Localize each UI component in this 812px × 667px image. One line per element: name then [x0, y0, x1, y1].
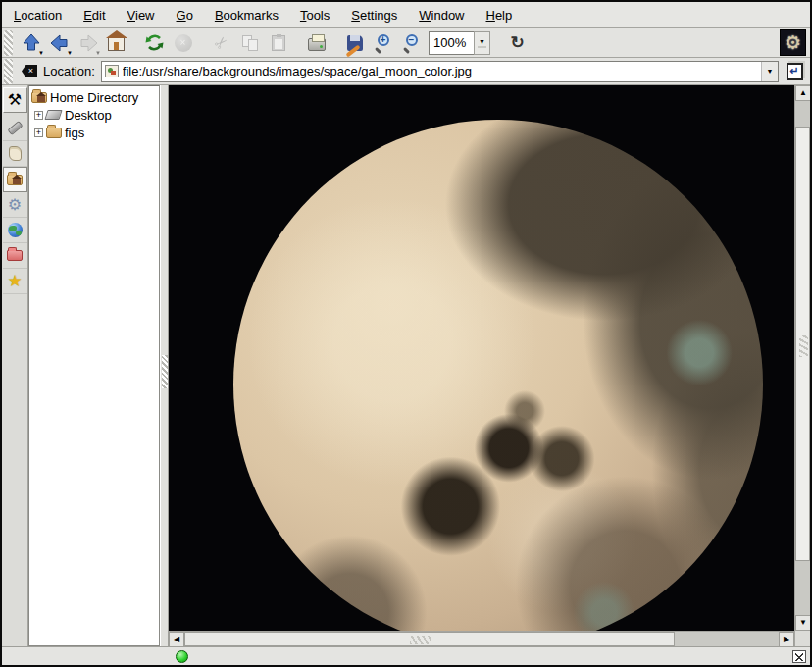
sidebar-configure-button[interactable]: ⚒	[3, 87, 27, 113]
scroll-left-button[interactable]: ◀	[169, 632, 184, 647]
horizontal-scroll-thumb[interactable]	[184, 632, 675, 646]
folder-icon	[45, 128, 62, 138]
image-view-column: ◀ ▶	[169, 85, 794, 646]
image-view[interactable]	[169, 85, 794, 631]
reload-button[interactable]	[141, 29, 168, 56]
main-toolbar: ▼ ▼ ▼ × ✂	[2, 28, 810, 58]
tree-item-figs[interactable]: + figs	[30, 124, 159, 141]
zoom-out-magnifier-icon: −	[403, 34, 421, 52]
network-globe-icon	[8, 223, 23, 237]
moon-photo	[233, 120, 763, 631]
sidebar-tab-network[interactable]	[3, 218, 27, 243]
zoom-level-value[interactable]: 100%	[429, 31, 474, 55]
root-folder-icon	[7, 250, 23, 261]
menu-help[interactable]: Help	[486, 8, 513, 23]
print-icon	[308, 38, 326, 51]
vertical-scroll-track[interactable]	[795, 101, 810, 615]
back-button[interactable]: ▼	[46, 29, 73, 56]
desktop-icon	[45, 110, 62, 120]
back-dropdown-caret[interactable]: ▼	[67, 50, 73, 56]
cut-scissors-icon: ✂	[210, 31, 232, 54]
home-button[interactable]	[103, 29, 129, 56]
scroll-up-button[interactable]: ▲	[795, 85, 811, 101]
zoom-out-button[interactable]: −	[398, 29, 425, 56]
home-folder-icon	[7, 175, 23, 185]
kde-gear-throbber: ⚙	[780, 29, 806, 56]
location-dropdown-arrow[interactable]: ▼	[761, 62, 778, 81]
bookmarks-star-icon: ★	[7, 273, 22, 289]
go-enter-icon: ↵	[787, 63, 803, 80]
status-bar	[2, 646, 810, 665]
image-mime-icon	[105, 65, 119, 77]
reload-icon	[144, 32, 165, 53]
tree-item-home-directory[interactable]: Home Directory	[30, 88, 159, 106]
location-label: Location:	[43, 64, 95, 78]
save-as-button[interactable]	[341, 29, 368, 56]
scroll-right-button[interactable]: ▶	[779, 632, 794, 647]
sidebar-tab-history[interactable]	[3, 141, 27, 167]
menu-edit[interactable]: Edit	[83, 8, 105, 23]
devices-icon	[7, 121, 23, 135]
save-floppy-pencil-icon	[347, 35, 363, 51]
stop-icon: ×	[175, 34, 192, 52]
location-input[interactable]: file:/usr/share/backgrounds/images/space…	[101, 61, 779, 82]
scroll-down-button[interactable]: ▼	[795, 615, 811, 631]
paste-button[interactable]	[265, 29, 291, 56]
figs-expander[interactable]: +	[34, 128, 43, 137]
clear-location-icon: ×	[22, 65, 37, 77]
status-led-indicator	[176, 650, 188, 663]
folder-home-icon	[30, 92, 47, 103]
paste-clipboard-icon	[272, 35, 285, 51]
forward-button[interactable]: ▼	[75, 29, 101, 56]
zoom-in-magnifier-icon: +	[375, 34, 392, 52]
sidebar-tab-root-directory[interactable]	[3, 243, 27, 269]
clear-location-button[interactable]: ×	[20, 63, 39, 80]
menu-window[interactable]: Window	[419, 8, 464, 23]
print-button[interactable]	[303, 29, 330, 56]
location-url-text[interactable]: file:/usr/share/backgrounds/images/space…	[123, 64, 761, 78]
go-button[interactable]: ↵	[783, 60, 806, 83]
configure-hammer-wrench-icon: ⚒	[8, 92, 22, 108]
stop-button[interactable]: ×	[170, 29, 196, 56]
rotate-button[interactable]: ↻	[504, 29, 531, 56]
sidebar-tab-bookmarks[interactable]: ★	[3, 269, 27, 294]
desktop-expander[interactable]: +	[34, 111, 43, 120]
menu-view[interactable]: View	[127, 8, 155, 23]
menu-go[interactable]: Go	[177, 8, 193, 23]
tree-item-desktop[interactable]: + Desktop	[30, 106, 159, 124]
locbar-drag-handle[interactable]	[4, 59, 13, 84]
toolbar-drag-handle[interactable]	[4, 30, 13, 56]
zoom-level-combo[interactable]: 100% ▼	[429, 31, 490, 55]
sidebar-tab-devices[interactable]	[3, 116, 27, 141]
gear-icon: ⚙	[785, 31, 801, 54]
sidebar-tab-services[interactable]: ⚙	[3, 192, 27, 218]
vertical-scrollbar[interactable]: ▲ ▼	[794, 85, 810, 646]
up-dropdown-caret[interactable]: ▼	[38, 50, 44, 56]
services-icon: ⚙	[8, 197, 22, 213]
menu-location[interactable]: Location	[14, 8, 62, 23]
location-toolbar: × Location: file:/usr/share/backgrounds/…	[2, 58, 810, 85]
splitter-grip[interactable]	[162, 355, 168, 388]
zoom-in-button[interactable]: +	[370, 29, 396, 56]
forward-dropdown-caret[interactable]: ▼	[95, 50, 101, 56]
menu-settings[interactable]: Settings	[351, 8, 397, 23]
horizontal-scrollbar[interactable]: ◀ ▶	[169, 631, 794, 646]
menu-bookmarks[interactable]: Bookmarks	[215, 8, 279, 23]
up-button[interactable]: ▼	[18, 29, 44, 56]
folder-tree-panel: Home Directory + Desktop + figs	[28, 85, 160, 646]
konqueror-window: Location Edit View Go Bookmarks Tools Se…	[0, 0, 812, 667]
rotate-icon: ↻	[510, 32, 524, 53]
view-status-flag-icon[interactable]	[792, 650, 806, 663]
sidebar-splitter[interactable]	[160, 85, 169, 646]
vertical-scroll-thumb[interactable]	[795, 127, 810, 561]
sidebar-tabstrip: ⚒ ⚙ ★	[2, 85, 28, 646]
home-icon	[108, 37, 125, 51]
menu-tools[interactable]: Tools	[300, 8, 330, 23]
copy-button[interactable]	[236, 29, 263, 56]
menu-bar: Location Edit View Go Bookmarks Tools Se…	[2, 2, 810, 28]
cut-button[interactable]: ✂	[208, 29, 234, 56]
main-area: ⚒ ⚙ ★	[2, 85, 810, 646]
sidebar-tab-home-directory[interactable]	[3, 167, 27, 192]
zoom-combo-arrow[interactable]: ▼	[474, 31, 490, 55]
history-scroll-icon	[9, 146, 22, 161]
